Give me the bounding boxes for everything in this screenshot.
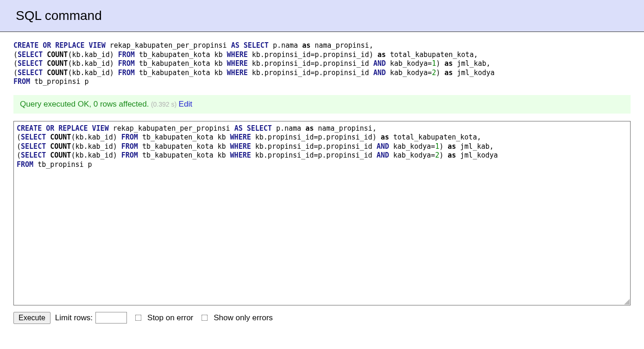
result-time: (0.392 s): [151, 101, 177, 108]
show-only-errors-label: Show only errors: [214, 313, 273, 323]
stop-on-error-checkbox[interactable]: [135, 315, 142, 321]
result-message-bar: Query executed OK, 0 rows affected. (0.3…: [13, 95, 631, 114]
executed-sql-display: CREATE OR REPLACE VIEW rekap_kabupaten_p…: [13, 41, 631, 87]
edit-link[interactable]: Edit: [179, 100, 192, 108]
content-area: CREATE OR REPLACE VIEW rekap_kabupaten_p…: [0, 32, 644, 324]
controls-bar: Limit rows: Stop on error Show only erro…: [13, 312, 631, 324]
limit-rows-label: Limit rows:: [55, 313, 93, 323]
sql-editor[interactable]: CREATE OR REPLACE VIEW rekap_kabupaten_p…: [14, 121, 630, 305]
limit-rows-input[interactable]: [95, 312, 127, 324]
stop-on-error-label: Stop on error: [147, 313, 193, 323]
show-only-errors-checkbox[interactable]: [202, 315, 208, 321]
sql-editor-wrap: CREATE OR REPLACE VIEW rekap_kabupaten_p…: [13, 121, 631, 305]
page-header: SQL command: [0, 0, 644, 32]
result-message: Query executed OK, 0 rows affected.: [20, 100, 149, 108]
page-title: SQL command: [16, 8, 628, 23]
execute-button[interactable]: [13, 312, 51, 324]
